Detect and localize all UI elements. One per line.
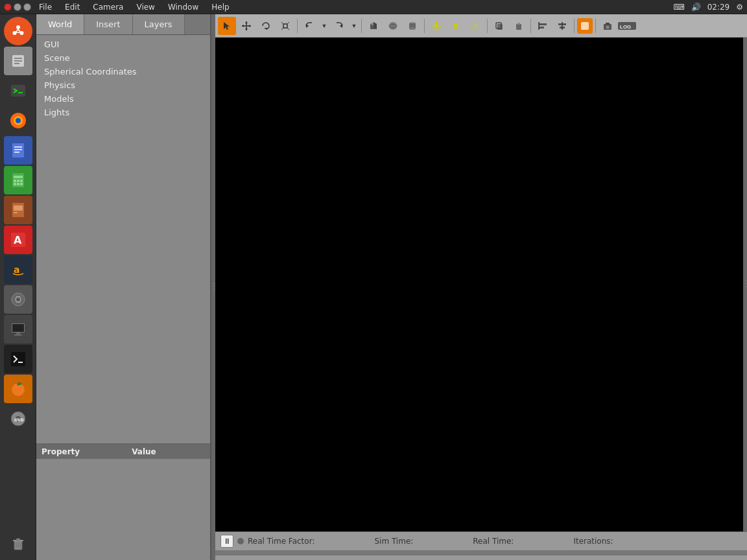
svg-line-62	[287, 22, 289, 24]
orange-app-icon[interactable]	[4, 375, 32, 403]
status-progress-fill	[215, 550, 747, 555]
redo-button[interactable]	[330, 17, 348, 35]
close-button[interactable]	[4, 3, 12, 11]
menu-edit[interactable]: Edit	[62, 1, 82, 13]
separator-1	[297, 19, 298, 33]
calc-app-icon[interactable]	[4, 166, 32, 194]
svg-rect-89	[516, 24, 521, 30]
iterations-label: Iterations:	[573, 537, 613, 546]
system-bar-left: File Edit Camera View Window Help	[4, 1, 232, 13]
translate-tool-button[interactable]	[237, 17, 255, 35]
viewport[interactable]	[215, 38, 747, 531]
svg-rect-21	[20, 180, 23, 182]
sun-light-button[interactable]	[427, 17, 445, 35]
tab-insert[interactable]: Insert	[84, 14, 132, 34]
console-app-icon[interactable]	[4, 345, 32, 373]
tree-item-scene[interactable]: Scene	[36, 51, 210, 65]
box-shape-button[interactable]	[364, 17, 383, 35]
svg-point-75	[434, 24, 438, 28]
svg-rect-8	[11, 85, 25, 97]
maximize-button[interactable]	[23, 3, 31, 11]
ubuntu-logo-icon[interactable]	[4, 17, 32, 45]
svg-rect-37	[14, 334, 22, 336]
menu-window[interactable]: Window	[165, 1, 201, 13]
tab-layers[interactable]: Layers	[133, 14, 185, 34]
svg-point-33	[16, 298, 20, 301]
system-tools-app-icon[interactable]	[4, 285, 32, 314]
tree-item-spherical-coordinates[interactable]: Spherical Coordinates	[36, 65, 210, 78]
svg-rect-100	[606, 23, 610, 25]
pause-button[interactable]: ⏸	[220, 535, 233, 548]
amazon-app-icon[interactable]: a	[4, 255, 32, 284]
svg-line-64	[287, 28, 289, 30]
scale-tool-button[interactable]	[276, 17, 294, 35]
tree-item-gui[interactable]: GUI	[36, 38, 210, 51]
status-progress-bar[interactable]	[215, 550, 747, 555]
log-button[interactable]: LOG	[618, 17, 636, 35]
svg-point-12	[16, 118, 21, 123]
redo-dropdown-button[interactable]: ▼	[350, 17, 359, 35]
sim-time-label: Sim Time:	[374, 537, 413, 546]
menu-help[interactable]: Help	[209, 1, 231, 13]
svg-rect-38	[11, 352, 25, 366]
separator-7	[595, 19, 596, 33]
svg-marker-56	[245, 29, 248, 30]
svg-rect-15	[14, 149, 22, 150]
minimize-button[interactable]	[14, 3, 21, 11]
tab-world[interactable]: World	[36, 14, 84, 34]
right-area: ▼ ▼	[215, 14, 747, 560]
svg-point-84	[454, 23, 458, 27]
resize-handle-right-icon: ···	[742, 280, 748, 289]
svg-rect-16	[14, 152, 19, 153]
svg-rect-27	[14, 212, 18, 213]
tree-item-models[interactable]: Models	[36, 92, 210, 106]
system-bar: File Edit Camera View Window Help ⌨ 🔊 02…	[0, 0, 747, 14]
svg-rect-49	[16, 539, 20, 541]
svg-rect-22	[14, 183, 16, 185]
files-app-icon[interactable]	[4, 47, 32, 75]
tree-item-physics[interactable]: Physics	[36, 78, 210, 92]
point-light-button[interactable]	[447, 17, 465, 35]
property-header: Property Value	[36, 445, 210, 459]
real-time-factor-label: Real Time Factor:	[248, 537, 314, 546]
writer-app-icon[interactable]	[4, 136, 32, 165]
dvd-app-icon[interactable]: DVD	[4, 404, 32, 433]
screenshot-button[interactable]	[599, 17, 617, 35]
property-panel: Property Value	[36, 443, 210, 560]
svg-rect-18	[14, 176, 23, 178]
resize-handle-right[interactable]: ···	[743, 38, 747, 531]
text-app-icon[interactable]: A	[4, 226, 32, 254]
rotate-tool-button[interactable]	[257, 17, 275, 35]
svg-rect-35	[12, 324, 24, 332]
svg-line-82	[438, 23, 440, 24]
speaker-icon: 🔊	[691, 3, 701, 12]
spot-light-button[interactable]	[466, 17, 484, 35]
paste-button[interactable]	[510, 17, 528, 35]
copy-button[interactable]	[490, 17, 508, 35]
firefox-app-icon[interactable]	[4, 106, 32, 135]
sphere-shape-button[interactable]	[384, 17, 402, 35]
render-mode-button[interactable]	[577, 18, 593, 34]
select-tool-button[interactable]	[218, 17, 236, 35]
menu-file[interactable]: File	[36, 1, 54, 13]
svg-text:LOG: LOG	[620, 24, 631, 30]
tree-item-lights[interactable]: Lights	[36, 106, 210, 119]
menu-bar: File Edit Camera View Window Help	[36, 1, 232, 13]
undo-dropdown-button[interactable]: ▼	[320, 17, 329, 35]
settings-icon[interactable]: ⚙	[736, 3, 743, 12]
display-app-icon[interactable]	[4, 315, 32, 344]
svg-rect-19	[14, 180, 16, 182]
cylinder-shape-button[interactable]	[403, 17, 421, 35]
menu-view[interactable]: View	[134, 1, 157, 13]
trash-app-icon[interactable]	[4, 529, 32, 557]
undo-button[interactable]	[300, 17, 318, 35]
align-button-2[interactable]	[553, 17, 571, 35]
svg-rect-5	[14, 58, 22, 59]
system-bar-right: ⌨ 🔊 02:29 ⚙	[673, 3, 743, 12]
svg-rect-6	[14, 60, 22, 62]
menu-camera[interactable]: Camera	[90, 1, 126, 13]
value-col-label: Value	[132, 447, 156, 456]
terminal-app-icon[interactable]	[4, 76, 32, 105]
align-button-1[interactable]	[534, 17, 552, 35]
impress-app-icon[interactable]	[4, 196, 32, 224]
